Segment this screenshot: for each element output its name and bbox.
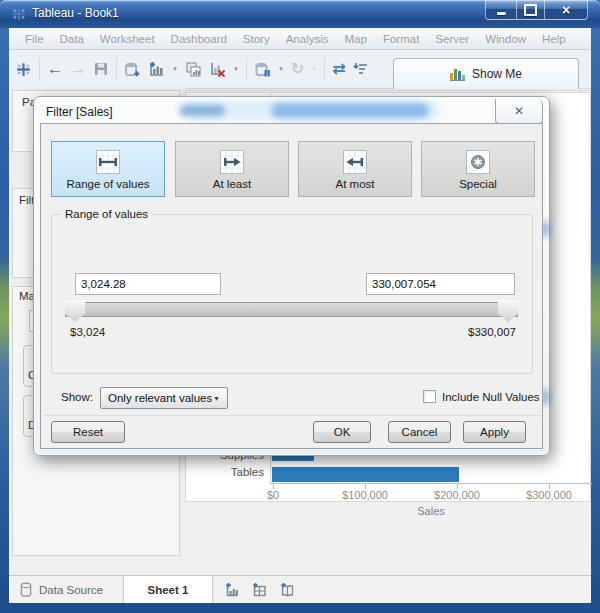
refresh-icon[interactable]: ↻ <box>291 61 304 77</box>
menu-worksheet[interactable]: Worksheet <box>92 33 163 45</box>
sort-icon[interactable] <box>353 61 369 77</box>
close-button[interactable]: × <box>545 0 588 20</box>
cancel-button-label: Cancel <box>402 426 438 438</box>
tab-special[interactable]: Special <box>421 141 535 197</box>
new-worksheet-tab-icon[interactable] <box>224 582 241 599</box>
menu-dashboard[interactable]: Dashboard <box>163 33 235 45</box>
tab-label: Special <box>459 178 497 190</box>
maximize-button[interactable] <box>516 0 545 20</box>
tick-label: $0 <box>267 489 279 501</box>
new-story-tab-icon[interactable] <box>279 582 296 599</box>
show-me-label: Show Me <box>472 67 522 81</box>
swap-axes-icon[interactable]: ⇄ <box>332 61 345 77</box>
sheet1-tab[interactable]: Sheet 1 <box>123 576 213 603</box>
at-least-icon <box>220 150 244 174</box>
data-source-label: Data Source <box>39 584 103 596</box>
include-null-checkbox[interactable] <box>423 390 436 403</box>
bar-tables[interactable] <box>272 467 459 482</box>
window-title: Tableau - Book1 <box>32 6 119 20</box>
show-me-icon <box>450 68 465 81</box>
tab-label: At least <box>213 178 251 190</box>
slider-max-label: $330,007 <box>468 326 516 338</box>
data-source-tab[interactable]: Data Source <box>12 576 122 603</box>
redo-icon[interactable]: → <box>70 61 86 77</box>
filter-sales-dialog: Filter [Sales] ✕ Range of values At <box>33 96 550 456</box>
reset-button-label: Reset <box>73 426 103 438</box>
glass-edge-artifact <box>542 389 549 405</box>
close-icon: × <box>562 2 570 18</box>
tab-label: Range of values <box>66 178 149 190</box>
new-dashboard-tab-icon[interactable] <box>251 582 268 599</box>
show-label: Show: <box>61 391 93 403</box>
data-source-icon <box>20 582 32 598</box>
dialog-close-icon: ✕ <box>514 104 524 118</box>
special-icon <box>466 150 490 174</box>
reset-button[interactable]: Reset <box>51 421 125 443</box>
status-bar: Data Source Sheet 1 <box>9 575 591 603</box>
toolbar-icons: ← → ▼ <box>13 51 369 87</box>
slider-min-label: $3,024 <box>70 326 105 338</box>
clear-sheet-caret-icon[interactable]: ▼ <box>233 66 239 72</box>
cancel-button[interactable]: Cancel <box>388 421 451 443</box>
clear-sheet-icon[interactable] <box>209 61 226 78</box>
save-icon[interactable] <box>93 61 109 77</box>
x-axis-line <box>270 483 592 484</box>
apply-button[interactable]: Apply <box>463 421 526 443</box>
glass-edge-artifact <box>542 221 549 237</box>
toolbar-separator <box>39 58 40 80</box>
window-controls: × <box>485 0 588 20</box>
undo-icon[interactable]: ← <box>47 61 63 77</box>
menu-file[interactable]: File <box>17 33 52 45</box>
menu-analysis[interactable]: Analysis <box>278 33 337 45</box>
menu-map[interactable]: Map <box>337 33 375 45</box>
x-axis-title: Sales <box>417 505 445 517</box>
row-label: Tables <box>194 466 264 478</box>
ok-button[interactable]: OK <box>313 421 371 443</box>
minimize-button[interactable] <box>485 0 516 20</box>
apply-button-label: Apply <box>480 426 509 438</box>
dialog-close-button[interactable]: ✕ <box>495 99 543 124</box>
refresh-caret-icon[interactable]: ▼ <box>311 66 317 72</box>
toolbar: ← → ▼ <box>9 51 591 89</box>
chevron-down-icon: ▼ <box>213 395 220 402</box>
duplicate-sheet-icon[interactable] <box>185 61 202 78</box>
dialog-title: Filter [Sales] <box>46 105 113 119</box>
tab-label: At most <box>336 178 375 190</box>
highlight-caret-icon[interactable]: ▼ <box>278 66 284 72</box>
show-me-button[interactable]: Show Me <box>393 58 579 89</box>
max-value-input[interactable] <box>366 273 515 295</box>
tick-label: $300,000 <box>526 489 572 501</box>
ok-button-label: OK <box>334 426 351 438</box>
glass-blur-rows-text <box>179 105 225 116</box>
toolbar-separator <box>116 58 117 80</box>
show-values-dropdown[interactable]: Only relevant values ▼ <box>100 387 228 409</box>
menu-data[interactable]: Data <box>52 33 92 45</box>
range-slider-track[interactable] <box>65 302 518 317</box>
sheet1-tab-label: Sheet 1 <box>148 584 189 596</box>
glass-blur-pill <box>271 103 429 118</box>
menu-help[interactable]: Help <box>534 33 574 45</box>
groupbox-title: Range of values <box>61 208 152 220</box>
new-data-source-icon[interactable] <box>124 61 141 78</box>
screen: { "window": { "title": "Tableau - Book1"… <box>0 0 600 613</box>
menu-window[interactable]: Window <box>477 33 534 45</box>
tick-label: $100,000 <box>342 489 388 501</box>
menu-format[interactable]: Format <box>375 33 427 45</box>
highlight-icon[interactable] <box>254 61 271 78</box>
maximize-icon <box>524 4 537 16</box>
dialog-divider <box>43 415 542 416</box>
menu-server[interactable]: Server <box>427 33 477 45</box>
window-titlebar: Tableau - Book1 × <box>0 0 600 28</box>
tab-range-of-values[interactable]: Range of values <box>51 141 165 197</box>
tab-at-least[interactable]: At least <box>175 141 289 197</box>
range-of-values-icon <box>96 150 120 174</box>
new-worksheet-caret-icon[interactable]: ▼ <box>172 66 178 72</box>
menu-story[interactable]: Story <box>235 33 278 45</box>
include-null-label: Include Null Values <box>442 391 540 403</box>
at-most-icon <box>343 150 367 174</box>
new-worksheet-icon[interactable] <box>148 61 165 78</box>
tableau-start-icon[interactable] <box>15 61 32 78</box>
tableau-logo-icon <box>11 6 27 22</box>
min-value-input[interactable] <box>75 273 221 295</box>
tab-at-most[interactable]: At most <box>298 141 412 197</box>
